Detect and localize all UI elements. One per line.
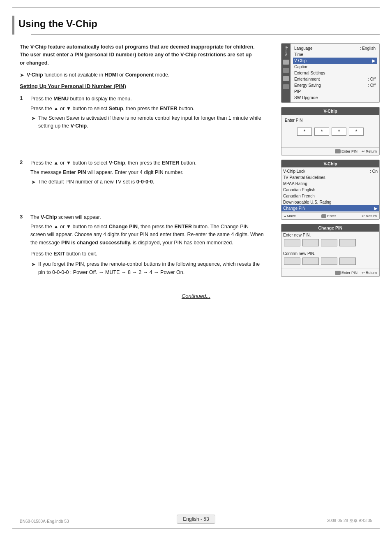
top-border (12, 7, 380, 8)
step-1: 1 Press the MENU button to display the m… (20, 95, 372, 130)
step-3-subnote: ➤ If you forget the PIN, press the remot… (30, 260, 265, 276)
arrow-icon-step2: ➤ (31, 178, 36, 186)
footer-badge: English - 53 (177, 515, 215, 524)
step-2: 2 Press the ▲ or ▼ button to select V-Ch… (20, 159, 372, 187)
hdmi-note: ➤ V-Chip function is not available in HD… (20, 72, 372, 78)
step-2-subnote: ➤ The default PIN number of a new TV set… (30, 178, 265, 186)
step-1-number: 1 (20, 95, 29, 130)
step-3-number: 3 (20, 213, 29, 277)
page: Using the V-Chip Setup Language: English (0, 0, 392, 536)
arrow-icon-step1: ➤ (31, 114, 36, 123)
step-2-number: 2 (20, 159, 29, 187)
section-heading: Setting Up Your Personal ID Number (PIN) (20, 83, 372, 89)
step-3-content: The V-Chip screen will appear. Press the… (30, 213, 265, 277)
step-3: 3 The V-Chip screen will appear. Press t… (20, 213, 372, 277)
title-bar: Using the V-Chip (12, 16, 380, 35)
steps-area: 1 Press the MENU button to display the m… (20, 95, 372, 276)
footer-left-text: BN68-01580A-Eng.indb 53 (20, 519, 69, 524)
content-area: The V-Chip feature automatically locks o… (20, 43, 372, 299)
bottom-border (12, 528, 380, 529)
title-bar-accent (12, 16, 14, 35)
step-1-subnote: ➤ The Screen Saver is activated if there… (30, 114, 265, 130)
intro-bold-text: The V-Chip feature automatically locks o… (20, 43, 258, 67)
footer-right-text: 2008-05-28 오후 9:43:35 (327, 518, 372, 524)
arrow-icon-1: ➤ (20, 72, 24, 78)
hdmi-note-text: V-Chip function is not available in HDMI… (27, 72, 169, 78)
title-bar-line (31, 34, 380, 35)
arrow-icon-step3: ➤ (31, 260, 36, 269)
continued-text: Continued... (20, 293, 372, 299)
step-2-content: Press the ▲ or ▼ button to select V-Chip… (30, 159, 265, 187)
page-title: Using the V-Chip (18, 18, 97, 32)
step-1-content: Press the MENU button to display the men… (30, 95, 265, 130)
